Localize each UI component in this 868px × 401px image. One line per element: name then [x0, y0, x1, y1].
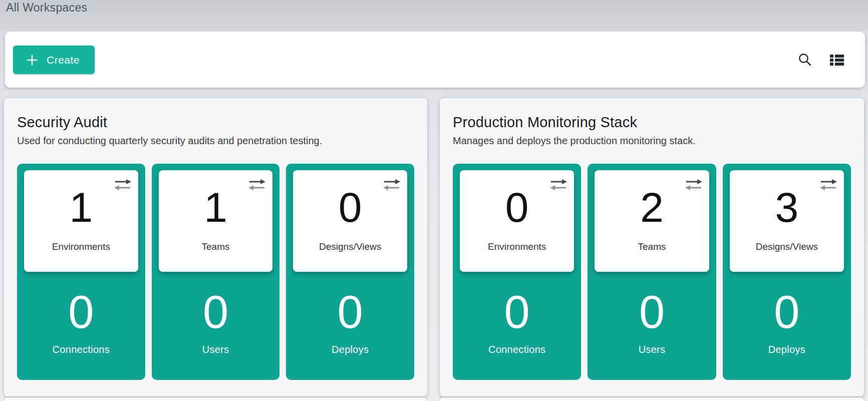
stat-tile-bottom: 0 Connections: [17, 272, 145, 355]
stat-tile-environments[interactable]: 0 Environments 0 Connections: [453, 164, 581, 380]
stat-label: Teams: [638, 241, 666, 252]
page-title: All Workspaces: [6, 1, 87, 15]
stat-tile-designs-views[interactable]: 3 Designs/Views 0 Deploys: [723, 164, 851, 380]
create-workspace-button[interactable]: Create: [13, 46, 95, 74]
swap-arrows-icon[interactable]: [383, 178, 401, 192]
stat-value: 0: [68, 289, 94, 335]
swap-arrows-icon[interactable]: [114, 178, 132, 192]
stat-tile-designs-views[interactable]: 0 Designs/Views 0 Deploys: [286, 164, 414, 380]
stat-label: Users: [202, 344, 229, 355]
workspace-description: Used for conducting quarterly security a…: [17, 135, 414, 147]
stat-tile-top: 0 Environments: [460, 170, 574, 272]
workspace-title: Production Monitoring Stack: [453, 114, 851, 131]
swap-arrows-icon[interactable]: [549, 178, 567, 192]
stat-tile-teams[interactable]: 2 Teams 0 Users: [588, 164, 716, 380]
stat-value: 1: [69, 186, 93, 228]
next-row-card-partial: [4, 397, 427, 401]
workspace-title: Security Audit: [17, 114, 414, 131]
stat-label: Deploys: [768, 344, 805, 355]
next-row-card-partial: [440, 397, 864, 401]
workspace-description: Manages and deploys the production monit…: [453, 135, 851, 147]
stat-label: Users: [639, 344, 666, 355]
stat-label: Environments: [488, 241, 546, 252]
workspace-card-production-monitoring-stack[interactable]: Production Monitoring Stack Manages and …: [440, 98, 864, 396]
stat-tile-top: 0 Designs/Views: [293, 170, 407, 272]
list-view-icon[interactable]: [828, 51, 846, 69]
stat-tile-teams[interactable]: 1 Teams 0 Users: [152, 164, 280, 380]
stat-value: 0: [338, 289, 363, 335]
create-button-label: Create: [47, 54, 80, 66]
workspace-stats-row: 0 Environments 0 Connections 2: [453, 164, 851, 380]
stat-label: Environments: [52, 241, 110, 252]
stat-label: Teams: [202, 241, 230, 252]
search-icon[interactable]: [797, 52, 813, 68]
stat-value: 0: [639, 289, 665, 335]
stat-tile-top: 1 Teams: [159, 170, 273, 272]
workspace-card-security-audit[interactable]: Security Audit Used for conducting quart…: [4, 98, 427, 396]
stat-tile-top: 3 Designs/Views: [730, 170, 844, 272]
stat-label: Designs/Views: [756, 241, 818, 252]
stat-value: 0: [203, 289, 228, 335]
swap-arrows-icon[interactable]: [685, 178, 703, 192]
swap-arrows-icon[interactable]: [819, 178, 837, 192]
stat-value: 0: [774, 289, 799, 335]
stat-value: 1: [204, 186, 227, 228]
workspace-stats-row: 1 Environments 0 Connections 1: [17, 164, 414, 380]
stat-tile-bottom: 0 Users: [152, 272, 280, 355]
stat-tile-bottom: 0 Connections: [453, 272, 581, 355]
stat-tile-top: 1 Environments: [24, 170, 138, 272]
stat-tile-bottom: 0 Users: [588, 272, 716, 355]
stat-value: 2: [640, 186, 664, 228]
workspaces-toolbar: Create: [5, 32, 865, 88]
stat-label: Deploys: [332, 344, 369, 355]
stat-value: 0: [339, 186, 362, 228]
stat-label: Connections: [53, 344, 110, 355]
stat-value: 3: [775, 186, 798, 228]
stat-tile-bottom: 0 Deploys: [723, 272, 851, 355]
stat-value: 0: [505, 186, 529, 228]
stat-tile-bottom: 0 Deploys: [286, 272, 414, 355]
stat-value: 0: [504, 289, 530, 335]
stat-tile-top: 2 Teams: [595, 170, 709, 272]
stat-tile-environments[interactable]: 1 Environments 0 Connections: [17, 164, 145, 380]
stat-label: Connections: [488, 344, 545, 355]
stat-label: Designs/Views: [319, 241, 381, 252]
plus-icon: [26, 54, 38, 66]
swap-arrows-icon[interactable]: [248, 178, 266, 192]
